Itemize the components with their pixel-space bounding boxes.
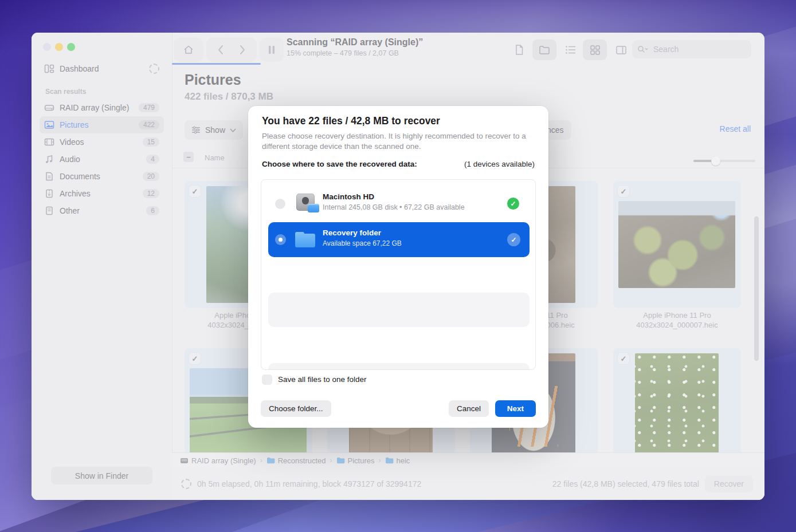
breadcrumb-item[interactable]: RAID array (Single) — [180, 456, 256, 465]
destination-text: Recovery folder Available space 67,22 GB — [323, 228, 402, 247]
tile-checkbox[interactable]: ✓ — [618, 353, 629, 364]
macintosh-hd-icon — [296, 194, 317, 211]
breadcrumb-separator: › — [379, 456, 381, 464]
folder-view-icon — [539, 45, 550, 55]
save-all-checkbox[interactable] — [262, 375, 272, 385]
sidebar-item-videos[interactable]: Videos 15 — [40, 133, 164, 151]
recover-button[interactable]: Recover — [705, 476, 753, 492]
dashboard-icon — [44, 64, 54, 74]
audio-icon — [44, 154, 54, 164]
spinner-icon — [149, 64, 159, 74]
scan-status-text: 0h 5m elapsed, 0h 11m remaining, block 4… — [197, 479, 421, 488]
pictures-icon — [44, 120, 54, 130]
count-badge: 422 — [139, 120, 159, 129]
zoom-button[interactable] — [67, 43, 75, 51]
breadcrumb-item[interactable]: heic — [385, 456, 410, 465]
sidebar-item-archives[interactable]: Archives 12 — [40, 185, 164, 202]
sidebar-item-label: Other — [60, 206, 141, 215]
sidebar-section-title: Scan results — [45, 88, 86, 96]
radio-unselected[interactable] — [275, 199, 285, 209]
photo-mossy-rocks — [618, 201, 735, 288]
count-badge: 12 — [143, 189, 159, 198]
sidebar-item-label: Archives — [60, 189, 138, 198]
breadcrumb-label: Pictures — [348, 456, 375, 465]
sidebar-item-audio[interactable]: Audio 4 — [40, 151, 164, 168]
destination-placeholder-row — [268, 293, 530, 327]
destination-detail: Available space 67,22 GB — [323, 239, 402, 247]
preview-panel-button[interactable] — [609, 40, 633, 60]
file-view-button[interactable] — [507, 40, 531, 60]
folder-icon — [385, 457, 394, 464]
destination-option-recovery-folder[interactable]: Recovery folder Available space 67,22 GB… — [268, 222, 530, 257]
dialog-title: You have 22 files / 42,8 MB to recover — [262, 115, 440, 127]
page-subtitle: 422 files / 870,3 MB — [185, 91, 273, 103]
folder-view-button[interactable] — [532, 40, 556, 60]
minimize-button[interactable] — [55, 43, 63, 51]
forward-icon[interactable] — [239, 45, 246, 55]
grid-view-button[interactable] — [583, 40, 607, 60]
chevron-down-icon — [230, 128, 236, 132]
sidebar-item-label: Documents — [60, 172, 138, 181]
destination-name: Recovery folder — [323, 228, 402, 237]
count-badge: 4 — [146, 155, 159, 164]
white-check-icon: ✓ — [507, 233, 520, 246]
sidebar-item-label: Videos — [60, 137, 138, 147]
status-bar: 0h 5m elapsed, 0h 11m remaining, block 4… — [172, 468, 764, 500]
preview-panel-icon — [615, 45, 627, 55]
drive-icon — [180, 457, 189, 464]
destination-option-macintosh-hd[interactable]: Macintosh HD Internal 245,08 GB disk • 6… — [261, 186, 535, 222]
tile-checkbox[interactable]: ✓ — [189, 353, 201, 364]
scan-title-block: Scanning “RAID array (Single)” 15% compl… — [287, 37, 423, 57]
tile-checkbox[interactable]: ✓ — [189, 186, 201, 197]
documents-icon — [44, 171, 54, 182]
scan-progress-bar — [172, 63, 261, 65]
folder-body — [295, 234, 315, 247]
breadcrumb-item[interactable]: Reconstructed — [266, 456, 326, 465]
breadcrumb-item[interactable]: Pictures — [336, 456, 375, 465]
sidebar: Dashboard Scan results RAID array (Singl… — [32, 33, 172, 500]
breadcrumb-separator: › — [330, 456, 332, 464]
folder-icon — [295, 232, 315, 247]
choose-folder-button[interactable]: Choose folder... — [261, 400, 331, 417]
file-tile[interactable]: ✓ — [613, 181, 741, 308]
sidebar-item-raid-array[interactable]: RAID array (Single) 479 — [40, 99, 164, 116]
show-filter-label: Show — [205, 125, 225, 135]
close-button[interactable] — [43, 43, 51, 51]
drive-icon — [44, 103, 54, 113]
next-button[interactable]: Next — [495, 400, 536, 417]
tile-checkbox[interactable]: ✓ — [618, 186, 629, 197]
slider-knob[interactable] — [711, 156, 720, 165]
radio-selected[interactable] — [275, 234, 286, 245]
list-view-button[interactable] — [559, 40, 583, 60]
sidebar-item-pictures[interactable]: Pictures 422 — [40, 116, 164, 133]
apple-logo — [302, 197, 309, 204]
sidebar-item-label: Dashboard — [60, 64, 144, 73]
select-all-checkbox[interactable]: – — [183, 152, 194, 162]
search-input[interactable] — [652, 44, 735, 54]
sidebar-item-other[interactable]: Other 6 — [40, 202, 164, 219]
vertical-scrollbar[interactable] — [754, 216, 759, 361]
app-window: Dashboard Scan results RAID array (Singl… — [32, 33, 764, 500]
thumbnail-size-slider[interactable] — [693, 156, 755, 165]
show-in-finder-button[interactable]: Show in Finder — [51, 467, 152, 484]
choose-destination-label: Choose where to save the recovered data: — [262, 160, 417, 168]
name-column-header[interactable]: Name — [205, 153, 225, 162]
grid-view-icon — [590, 45, 601, 56]
green-check-icon: ✓ — [507, 198, 519, 210]
destination-text: Macintosh HD Internal 245,08 GB disk • 6… — [323, 192, 465, 211]
spinner-icon — [181, 479, 191, 489]
folder-icon — [336, 457, 345, 464]
sidebar-item-dashboard[interactable]: Dashboard — [40, 60, 164, 77]
cancel-button[interactable]: Cancel — [449, 400, 489, 417]
pause-scan-button[interactable] — [260, 38, 284, 62]
back-icon[interactable] — [217, 45, 224, 55]
dialog-subtitle: Please choose recovery destination. It i… — [262, 131, 536, 152]
home-button[interactable] — [174, 38, 203, 62]
file-name-line: 4032x3024_000007.heic — [613, 320, 741, 330]
show-filter-button[interactable]: Show — [185, 120, 243, 140]
sidebar-item-documents[interactable]: Documents 20 — [40, 168, 164, 185]
navigation-buttons — [206, 38, 257, 62]
search-field[interactable] — [632, 40, 751, 58]
sidebar-item-label: Pictures — [60, 120, 134, 129]
reset-all-link[interactable]: Reset all — [688, 124, 751, 133]
